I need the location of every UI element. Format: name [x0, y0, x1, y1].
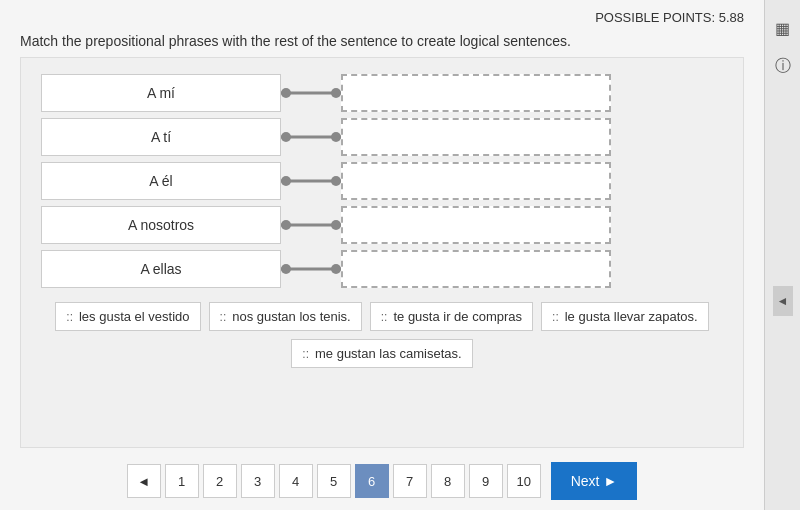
sidebar: ▦ ⓘ ◄ — [764, 0, 800, 510]
next-button[interactable]: Next ► — [551, 462, 638, 500]
phrase-box-5: A ellas — [41, 250, 281, 288]
word-bank: :: les gusta el vestido :: nos gustan lo… — [41, 302, 723, 368]
word-chip-label-1: les gusta el vestido — [79, 309, 190, 324]
dot-left-4 — [281, 220, 291, 230]
answer-box-4[interactable] — [341, 206, 611, 244]
answer-box-5[interactable] — [341, 250, 611, 288]
info-icon[interactable]: ⓘ — [771, 54, 795, 78]
dot-right-2 — [331, 132, 341, 142]
dot-left-2 — [281, 132, 291, 142]
dot-right-3 — [331, 176, 341, 186]
connector-line-3 — [281, 176, 341, 186]
phrase-box-1: A mí — [41, 74, 281, 112]
word-chip-2[interactable]: :: nos gustan los tenis. — [209, 302, 362, 331]
word-chip-3[interactable]: :: te gusta ir de compras — [370, 302, 533, 331]
dot-right-1 — [331, 88, 341, 98]
page-7-button[interactable]: 7 — [393, 464, 427, 498]
connector-line-4 — [281, 220, 341, 230]
exercise-area: A mí A tí A él A nosotros A ellas — [20, 57, 744, 448]
word-chip-label-4: le gusta llevar zapatos. — [565, 309, 698, 324]
pagination-bar: ◄ 1 2 3 4 5 6 7 8 9 10 Next ► — [0, 448, 764, 510]
drag-icon-1: :: — [66, 310, 73, 324]
page-4-button[interactable]: 4 — [279, 464, 313, 498]
page-5-button[interactable]: 5 — [317, 464, 351, 498]
dot-left-5 — [281, 264, 291, 274]
dot-right-4 — [331, 220, 341, 230]
matching-container: A mí A tí A él A nosotros A ellas — [41, 74, 723, 288]
right-column — [341, 74, 611, 288]
word-chip-label-5: me gustan las camisetas. — [315, 346, 462, 361]
connector-line-1 — [281, 88, 341, 98]
word-chip-label-3: te gusta ir de compras — [393, 309, 522, 324]
page-1-button[interactable]: 1 — [165, 464, 199, 498]
connector-line-2 — [281, 132, 341, 142]
header: POSSIBLE POINTS: 5.88 — [0, 0, 764, 29]
word-chip-5[interactable]: :: me gustan las camisetas. — [291, 339, 472, 368]
answer-box-2[interactable] — [341, 118, 611, 156]
dot-left-3 — [281, 176, 291, 186]
drag-icon-4: :: — [552, 310, 559, 324]
connector-row-3 — [281, 162, 341, 200]
instructions-text: Match the prepositional phrases with the… — [20, 33, 571, 49]
drag-icon-5: :: — [302, 347, 309, 361]
prev-button[interactable]: ◄ — [127, 464, 161, 498]
possible-points: POSSIBLE POINTS: 5.88 — [595, 10, 744, 25]
calendar-icon[interactable]: ▦ — [771, 16, 795, 40]
page-3-button[interactable]: 3 — [241, 464, 275, 498]
page-8-button[interactable]: 8 — [431, 464, 465, 498]
answer-box-1[interactable] — [341, 74, 611, 112]
connector-row-5 — [281, 250, 341, 288]
instructions: Match the prepositional phrases with the… — [0, 29, 764, 57]
phrase-box-2: A tí — [41, 118, 281, 156]
left-column: A mí A tí A él A nosotros A ellas — [41, 74, 281, 288]
connector-area — [281, 74, 341, 288]
page-10-button[interactable]: 10 — [507, 464, 541, 498]
word-chip-label-2: nos gustan los tenis. — [232, 309, 351, 324]
phrase-box-4: A nosotros — [41, 206, 281, 244]
dot-left-1 — [281, 88, 291, 98]
drag-icon-2: :: — [220, 310, 227, 324]
page-9-button[interactable]: 9 — [469, 464, 503, 498]
connector-row-4 — [281, 206, 341, 244]
drag-icon-3: :: — [381, 310, 388, 324]
page-2-button[interactable]: 2 — [203, 464, 237, 498]
connector-line-5 — [281, 264, 341, 274]
answer-box-3[interactable] — [341, 162, 611, 200]
connector-row-1 — [281, 74, 341, 112]
word-chip-4[interactable]: :: le gusta llevar zapatos. — [541, 302, 709, 331]
sidebar-collapse-button[interactable]: ◄ — [773, 286, 793, 316]
page-6-button[interactable]: 6 — [355, 464, 389, 498]
phrase-box-3: A él — [41, 162, 281, 200]
connector-row-2 — [281, 118, 341, 156]
word-chip-1[interactable]: :: les gusta el vestido — [55, 302, 200, 331]
dot-right-5 — [331, 264, 341, 274]
